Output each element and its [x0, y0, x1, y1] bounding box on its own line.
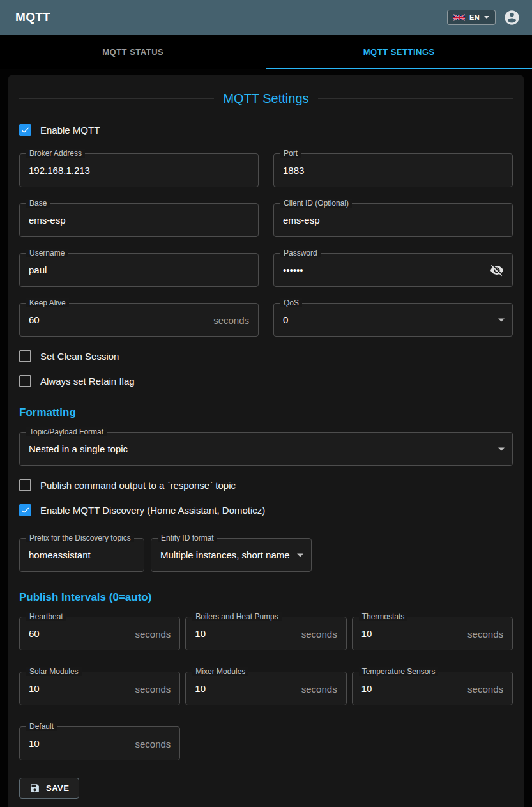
- checkbox-label: Enable MQTT: [40, 125, 100, 135]
- publish-intervals-heading: Publish Intervals (0=auto): [19, 591, 513, 604]
- heartbeat-interval-input[interactable]: [20, 617, 179, 650]
- field-label: Heartbeat: [26, 612, 66, 621]
- formatting-heading: Formatting: [19, 406, 513, 419]
- checkbox-clean-session[interactable]: Set Clean Session: [19, 350, 513, 362]
- username-input[interactable]: [20, 254, 258, 286]
- toggle-password-visibility-button[interactable]: [489, 262, 505, 279]
- boilers-interval-input[interactable]: [186, 617, 346, 650]
- field-label: Keep Alive: [26, 298, 69, 307]
- field-label: Password: [280, 249, 321, 257]
- field-interval-boilers: Boilers and Heat Pumps seconds: [185, 617, 346, 650]
- entity-id-format-select[interactable]: Entity ID format Multiple instances, sho…: [151, 538, 312, 572]
- field-interval-heartbeat: Heartbeat seconds: [19, 617, 180, 650]
- field-client-id: Client ID (Optional): [273, 203, 513, 237]
- checkbox-enable-mqtt[interactable]: Enable MQTT: [19, 124, 513, 136]
- tab-mqtt-status[interactable]: MQTT STATUS: [0, 35, 266, 69]
- field-port: Port: [273, 153, 513, 187]
- temperature-interval-input[interactable]: [353, 672, 512, 705]
- field-interval-thermostats: Thermostats seconds: [352, 617, 513, 650]
- field-discovery-prefix: Prefix for the Discovery topics: [19, 538, 144, 572]
- topic-format-select-value: Nested in a single topic: [20, 433, 512, 465]
- field-label: QoS: [280, 298, 302, 307]
- field-label: Temperature Sensors: [359, 667, 439, 676]
- save-icon: [29, 783, 40, 794]
- base-input[interactable]: [20, 204, 258, 236]
- field-label: Client ID (Optional): [280, 199, 352, 208]
- field-label: Prefix for the Discovery topics: [26, 534, 134, 542]
- field-label: Username: [26, 249, 68, 257]
- chevron-down-icon: [498, 447, 505, 450]
- field-label: Solar Modules: [26, 667, 82, 676]
- mixer-interval-input[interactable]: [186, 672, 346, 705]
- field-keep-alive: Keep Alive seconds: [19, 303, 259, 337]
- account-button[interactable]: [501, 6, 523, 29]
- entity-id-format-select-value: Multiple instances, short name: [151, 539, 311, 571]
- tab-mqtt-status-label: MQTT STATUS: [102, 47, 163, 57]
- field-label: Thermostats: [359, 612, 408, 621]
- field-label: Mixer Modules: [192, 667, 248, 676]
- field-label: Entity ID format: [158, 534, 217, 542]
- checkbox-checked-icon[interactable]: [19, 504, 31, 516]
- chevron-down-icon: [297, 553, 303, 557]
- mqtt-settings-card: MQTT Settings Enable MQTT Broker Address…: [8, 75, 524, 807]
- port-input[interactable]: [274, 154, 512, 187]
- field-broker-address: Broker Address: [19, 153, 259, 187]
- checkbox-unchecked-icon[interactable]: [19, 375, 31, 387]
- field-label: Default: [26, 722, 57, 731]
- chevron-down-icon: [498, 318, 505, 321]
- chevron-down-icon: [484, 16, 489, 19]
- field-label: Base: [26, 199, 50, 208]
- field-username: Username: [19, 253, 259, 287]
- topic-format-select[interactable]: Topic/Payload Format Nested in a single …: [19, 432, 513, 466]
- field-password: Password: [273, 253, 513, 287]
- solar-interval-input[interactable]: [20, 672, 179, 705]
- field-interval-mixer: Mixer Modules seconds: [185, 672, 346, 705]
- checkbox-mqtt-discovery[interactable]: Enable MQTT Discovery (Home Assistant, D…: [19, 504, 513, 516]
- checkbox-unchecked-icon[interactable]: [19, 479, 31, 491]
- app-bar: MQTT EN: [0, 0, 532, 35]
- discovery-prefix-input[interactable]: [20, 539, 144, 571]
- client-id-input[interactable]: [274, 204, 512, 236]
- tab-mqtt-settings-label: MQTT SETTINGS: [363, 47, 435, 57]
- checkbox-retain-flag[interactable]: Always set Retain flag: [19, 375, 513, 387]
- qos-select-value: 0: [274, 304, 512, 336]
- uk-flag-icon: [453, 14, 465, 21]
- checkbox-label: Set Clean Session: [40, 351, 119, 362]
- password-input[interactable]: [274, 254, 512, 286]
- checkbox-label: Always set Retain flag: [40, 376, 135, 387]
- field-base: Base: [19, 203, 259, 237]
- tab-bar: MQTT STATUS MQTT SETTINGS: [0, 35, 532, 69]
- field-interval-solar: Solar Modules seconds: [19, 672, 180, 705]
- broker-address-input[interactable]: [20, 154, 258, 187]
- page-title: MQTT Settings: [19, 91, 513, 106]
- active-tab-indicator: [266, 68, 532, 69]
- page-title-text: MQTT Settings: [223, 91, 308, 106]
- checkbox-unchecked-icon[interactable]: [19, 350, 31, 362]
- checkbox-label: Enable MQTT Discovery (Home Assistant, D…: [40, 505, 265, 516]
- checkbox-checked-icon[interactable]: [19, 124, 31, 136]
- field-label: Boilers and Heat Pumps: [192, 612, 281, 621]
- field-label: Broker Address: [26, 149, 85, 158]
- app-title: MQTT: [15, 10, 50, 24]
- language-button[interactable]: EN: [447, 10, 496, 25]
- checkbox-publish-response[interactable]: Publish command output to a `response` t…: [19, 479, 513, 491]
- qos-select[interactable]: QoS 0: [273, 303, 513, 337]
- visibility-off-icon: [490, 263, 504, 277]
- default-interval-input[interactable]: [20, 727, 179, 760]
- thermostats-interval-input[interactable]: [353, 617, 512, 650]
- field-interval-default: Default seconds: [19, 726, 180, 760]
- language-label: EN: [469, 13, 480, 21]
- checkbox-label: Publish command output to a `response` t…: [40, 480, 236, 491]
- field-interval-temperature: Temperature Sensors seconds: [352, 672, 513, 705]
- save-button-label: SAVE: [46, 783, 69, 793]
- field-label: Port: [280, 149, 301, 158]
- keep-alive-input[interactable]: [20, 304, 258, 336]
- tab-mqtt-settings[interactable]: MQTT SETTINGS: [266, 35, 532, 69]
- save-button[interactable]: SAVE: [19, 778, 79, 799]
- account-circle-icon: [503, 9, 521, 26]
- field-label: Topic/Payload Format: [26, 427, 107, 436]
